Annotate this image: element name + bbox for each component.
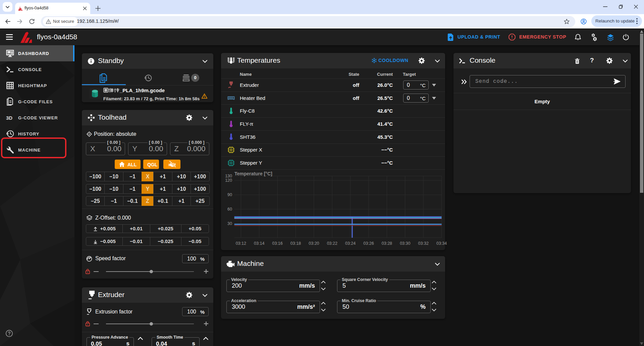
svg-text:3D: 3D bbox=[6, 115, 12, 121]
